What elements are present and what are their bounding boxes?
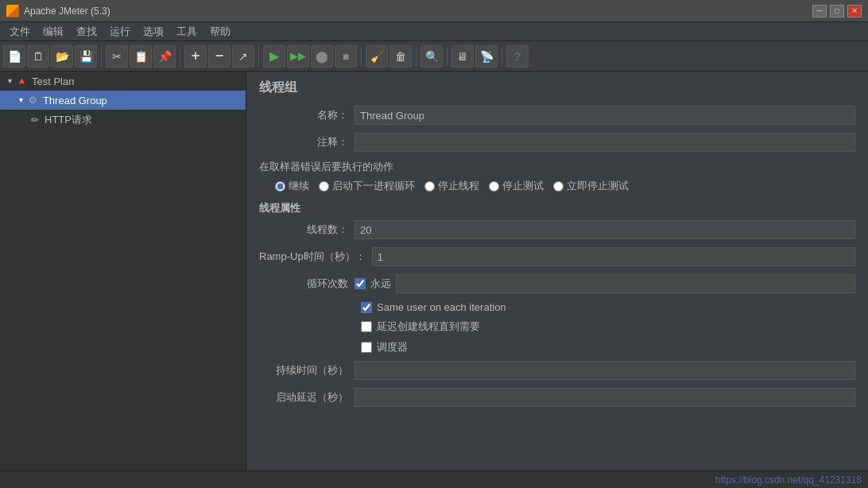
expand-icon: ▼ bbox=[6, 77, 14, 85]
sidebar: ▼ 🔺 Test Plan ▼ ⚙ Thread Group ✏ HTTP请求 bbox=[0, 72, 246, 471]
menu-search[interactable]: 查找 bbox=[70, 23, 103, 41]
testplan-icon: 🔺 bbox=[16, 75, 29, 87]
error-action-title: 在取样器错误后要执行的动作 bbox=[259, 160, 855, 174]
error-action-group: 继续 启动下一进程循环 停止线程 停止测试 立即停止测试 bbox=[259, 179, 855, 193]
delay-checkbox[interactable] bbox=[361, 321, 372, 332]
radio-continue[interactable]: 继续 bbox=[275, 179, 309, 193]
app-icon bbox=[6, 5, 19, 17]
menu-edit[interactable]: 编辑 bbox=[37, 23, 70, 41]
start-delay-row: 启动延迟（秒） bbox=[259, 388, 855, 407]
find-button[interactable]: 🔍 bbox=[420, 45, 443, 68]
duration-input[interactable] bbox=[355, 361, 855, 380]
delay-text: 延迟创建线程直到需要 bbox=[377, 320, 480, 334]
status-bar: https://blog.csdn.net/qq_41231318 bbox=[0, 471, 868, 488]
tree-label-httprequest: HTTP请求 bbox=[45, 113, 92, 127]
radio-stop-now[interactable]: 立即停止测试 bbox=[553, 179, 629, 193]
remote-all-button[interactable]: 📡 bbox=[475, 45, 498, 68]
loop-count-inline: 永远 bbox=[355, 274, 855, 293]
stop-button[interactable]: ⬤ bbox=[311, 45, 333, 68]
copy-button[interactable]: 📋 bbox=[130, 45, 152, 68]
browse-button[interactable]: ↗ bbox=[232, 45, 254, 68]
content-panel: 线程组 名称： 注释： 在取样器错误后要执行的动作 继续 启动下一进程循环 bbox=[246, 72, 868, 471]
minimize-button[interactable]: ─ bbox=[812, 5, 827, 17]
tree-label-threadgroup: Thread Group bbox=[43, 95, 107, 107]
duration-row: 持续时间（秒） bbox=[259, 361, 855, 380]
toolbar-separator-2 bbox=[180, 47, 180, 66]
cut-button[interactable]: ✂ bbox=[106, 45, 128, 68]
name-label: 名称： bbox=[259, 108, 355, 122]
paste-button[interactable]: 📌 bbox=[153, 45, 176, 68]
main-area: ▼ 🔺 Test Plan ▼ ⚙ Thread Group ✏ HTTP请求 … bbox=[0, 72, 868, 471]
thread-count-label: 线程数： bbox=[259, 223, 355, 237]
tree-item-testplan[interactable]: ▼ 🔺 Test Plan bbox=[0, 72, 246, 91]
thread-count-row: 线程数： bbox=[259, 220, 855, 239]
title-bar-left: Apache JMeter (5.3) bbox=[6, 5, 110, 17]
name-input[interactable] bbox=[355, 106, 855, 125]
new-button[interactable]: 📄 bbox=[3, 45, 25, 68]
app-title: Apache JMeter (5.3) bbox=[24, 6, 110, 17]
section-title: 线程组 bbox=[259, 79, 855, 96]
menu-file[interactable]: 文件 bbox=[3, 23, 37, 41]
comment-input[interactable] bbox=[355, 133, 855, 152]
menu-run[interactable]: 运行 bbox=[103, 23, 137, 41]
toolbar-separator-4 bbox=[361, 47, 362, 66]
rampup-row: Ramp-Up时间（秒）： bbox=[259, 247, 855, 266]
scheduler-checkbox[interactable] bbox=[361, 342, 372, 353]
run-no-pause-button[interactable]: ▶▶ bbox=[287, 45, 309, 68]
thread-count-input[interactable] bbox=[355, 220, 855, 239]
toolbar-separator-1 bbox=[101, 47, 102, 66]
start-delay-input[interactable] bbox=[355, 388, 855, 407]
menu-tools[interactable]: 工具 bbox=[170, 23, 203, 41]
toolbar-separator-5 bbox=[416, 47, 417, 66]
close-button[interactable]: ✕ bbox=[847, 5, 862, 17]
remove-button[interactable]: − bbox=[208, 45, 231, 68]
toolbar-separator-3 bbox=[258, 47, 259, 66]
tree-item-httprequest[interactable]: ✏ HTTP请求 bbox=[0, 110, 246, 130]
toolbar: 📄 🗒 📂 💾 ✂ 📋 📌 + − ↗ ▶ ▶▶ ⬤ ■ 🧹 🗑 🔍 🖥 📡 ? bbox=[0, 41, 868, 72]
clear-all-button[interactable]: 🗑 bbox=[389, 45, 412, 68]
rampup-label: Ramp-Up时间（秒）： bbox=[259, 250, 372, 264]
menu-bar: 文件 编辑 查找 运行 选项 工具 帮助 bbox=[0, 22, 868, 41]
radio-stop-thread-label: 停止线程 bbox=[438, 179, 479, 193]
expand-icon-2: ▼ bbox=[17, 96, 25, 104]
run-button[interactable]: ▶ bbox=[263, 45, 285, 68]
title-bar-controls: ─ □ ✕ bbox=[812, 5, 862, 17]
template-button[interactable]: 🗒 bbox=[27, 45, 49, 68]
start-delay-label: 启动延迟（秒） bbox=[259, 390, 355, 405]
duration-label: 持续时间（秒） bbox=[259, 363, 355, 378]
scheduler-label[interactable]: 调度器 bbox=[361, 340, 408, 354]
tree-item-threadgroup[interactable]: ▼ ⚙ Thread Group bbox=[0, 91, 246, 110]
stop-now-button[interactable]: ■ bbox=[335, 45, 357, 68]
httprequest-icon: ✏ bbox=[29, 114, 41, 126]
maximize-button[interactable]: □ bbox=[830, 5, 844, 17]
radio-continue-label: 继续 bbox=[289, 179, 309, 193]
forever-checkbox[interactable] bbox=[355, 278, 366, 289]
loop-count-row: 循环次数 永远 bbox=[259, 274, 855, 293]
rampup-input[interactable] bbox=[372, 247, 855, 266]
title-bar: Apache JMeter (5.3) ─ □ ✕ bbox=[0, 0, 868, 22]
help-button[interactable]: ? bbox=[506, 45, 529, 68]
clear-button[interactable]: 🧹 bbox=[366, 45, 388, 68]
menu-options[interactable]: 选项 bbox=[137, 23, 170, 41]
open-button[interactable]: 📂 bbox=[51, 45, 73, 68]
forever-checkbox-label[interactable]: 永远 bbox=[355, 277, 391, 291]
same-user-text: Same user on each iteration bbox=[377, 301, 506, 313]
delay-label[interactable]: 延迟创建线程直到需要 bbox=[361, 320, 480, 334]
same-user-row: Same user on each iteration bbox=[259, 301, 855, 313]
radio-next-loop-label: 启动下一进程循环 bbox=[332, 179, 415, 193]
toolbar-separator-6 bbox=[447, 47, 448, 66]
remote-button[interactable]: 🖥 bbox=[451, 45, 474, 68]
radio-next-loop[interactable]: 启动下一进程循环 bbox=[319, 179, 415, 193]
loop-input[interactable] bbox=[396, 274, 855, 293]
add-button[interactable]: + bbox=[184, 45, 207, 68]
same-user-checkbox[interactable] bbox=[361, 302, 372, 313]
loop-count-label: 循环次数 bbox=[259, 277, 355, 291]
menu-help[interactable]: 帮助 bbox=[203, 23, 237, 41]
radio-stop-test[interactable]: 停止测试 bbox=[489, 179, 544, 193]
radio-stop-now-label: 立即停止测试 bbox=[567, 179, 629, 193]
radio-stop-thread[interactable]: 停止线程 bbox=[424, 179, 479, 193]
same-user-label[interactable]: Same user on each iteration bbox=[361, 301, 506, 313]
save-button[interactable]: 💾 bbox=[75, 45, 97, 68]
scheduler-row: 调度器 bbox=[259, 340, 855, 354]
error-action-section: 在取样器错误后要执行的动作 继续 启动下一进程循环 停止线程 停止测试 bbox=[259, 160, 855, 193]
